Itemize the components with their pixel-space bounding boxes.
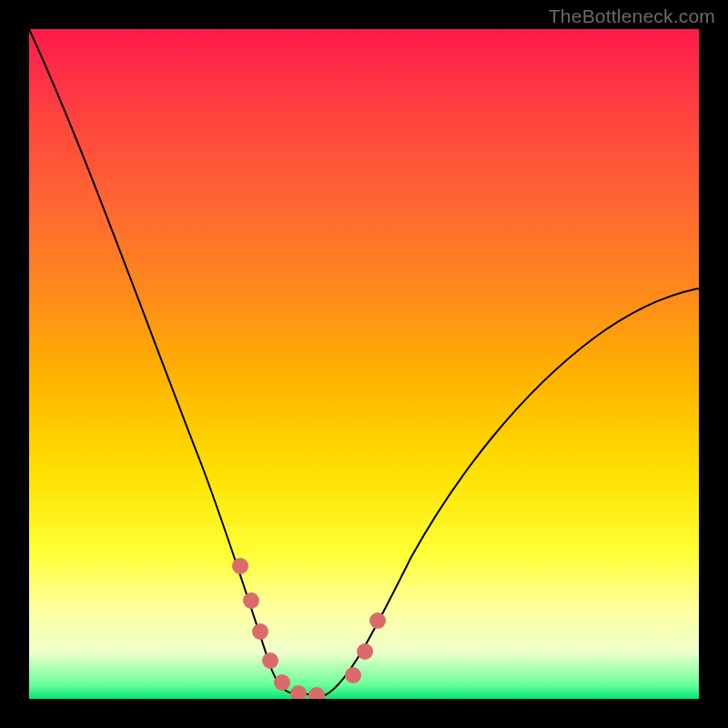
svg-point-0 xyxy=(232,558,248,574)
svg-point-9 xyxy=(369,612,386,629)
svg-point-4 xyxy=(274,674,290,691)
svg-point-2 xyxy=(252,623,268,640)
watermark: TheBottleneck.com xyxy=(549,5,715,27)
bottleneck-curve xyxy=(29,29,699,699)
svg-point-7 xyxy=(345,667,361,683)
highlight-dots xyxy=(232,558,386,699)
svg-point-3 xyxy=(262,652,278,669)
chart-plot-area xyxy=(29,29,699,699)
svg-point-8 xyxy=(357,643,373,660)
curve-right xyxy=(325,288,699,695)
svg-point-1 xyxy=(243,592,259,609)
svg-point-6 xyxy=(308,687,325,699)
svg-point-5 xyxy=(290,685,307,699)
